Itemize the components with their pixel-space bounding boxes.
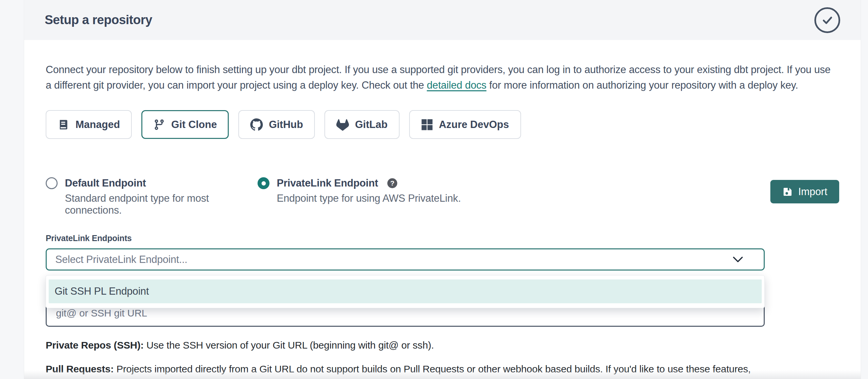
provider-button-gitlab[interactable]: GitLab bbox=[324, 110, 399, 139]
provider-button-label: Git Clone bbox=[171, 119, 217, 131]
note-text: Projects imported directly from a Git UR… bbox=[46, 364, 751, 379]
azure-devops-icon bbox=[421, 119, 433, 131]
provider-button-label: GitHub bbox=[269, 119, 303, 131]
note-private-repos-ssh: Private Repos (SSH): Use the SSH version… bbox=[46, 338, 839, 352]
privatelink-endpoint-select[interactable]: Select PrivateLink Endpoint... bbox=[46, 248, 765, 271]
default-endpoint-description: Standard endpoint type for most connecti… bbox=[65, 193, 257, 216]
provider-buttons: Managed Git Clone GitHub bbox=[46, 110, 839, 139]
card-header: Setup a repository bbox=[24, 0, 861, 40]
question-circle-icon[interactable]: ? bbox=[387, 178, 397, 188]
import-button[interactable]: Import bbox=[770, 180, 839, 203]
endpoint-option-default: Default Endpoint Standard endpoint type … bbox=[46, 177, 257, 216]
provider-button-azure-devops[interactable]: Azure DevOps bbox=[409, 110, 521, 139]
intro-text: Connect your repository below to finish … bbox=[46, 62, 834, 93]
select-placeholder-text: Select PrivateLink Endpoint... bbox=[55, 254, 187, 266]
privatelink-endpoint-radio[interactable] bbox=[257, 177, 270, 189]
select-dropdown-panel: Git SSH PL Endpoint bbox=[46, 275, 765, 308]
check-circle-icon bbox=[814, 7, 840, 33]
save-icon bbox=[782, 186, 793, 197]
detailed-docs-link[interactable]: detailed docs bbox=[427, 79, 486, 91]
endpoint-option-privatelink: PrivateLink Endpoint ? Endpoint type for… bbox=[257, 177, 461, 204]
provider-button-github[interactable]: GitHub bbox=[238, 110, 315, 139]
privatelink-endpoints-field-label: PrivateLink Endpoints bbox=[46, 234, 839, 243]
page-title: Setup a repository bbox=[45, 13, 152, 27]
provider-button-label: Managed bbox=[75, 119, 120, 131]
provider-button-managed[interactable]: Managed bbox=[46, 110, 132, 139]
git-branch-icon bbox=[153, 119, 165, 131]
book-icon bbox=[58, 119, 69, 131]
privatelink-endpoint-label: PrivateLink Endpoint bbox=[277, 177, 378, 189]
default-endpoint-label: Default Endpoint bbox=[65, 177, 146, 189]
provider-button-label: Azure DevOps bbox=[439, 119, 509, 131]
note-lead: Private Repos (SSH): bbox=[46, 340, 144, 351]
provider-button-label: GitLab bbox=[355, 119, 387, 131]
setup-repository-card: Setup a repository Connect your reposito… bbox=[24, 0, 861, 379]
note-lead: Pull Requests: bbox=[46, 364, 114, 374]
default-endpoint-radio[interactable] bbox=[46, 177, 58, 189]
github-icon bbox=[250, 118, 263, 131]
chevron-down-icon bbox=[733, 256, 743, 263]
endpoint-type-row: Default Endpoint Standard endpoint type … bbox=[46, 177, 839, 216]
intro-after-link: for more information on authorizing your… bbox=[486, 79, 798, 91]
note-text: Use the SSH version of your Git URL (beg… bbox=[144, 340, 434, 351]
card-body: Connect your repository below to finish … bbox=[24, 62, 861, 379]
privatelink-endpoint-description: Endpoint type for using AWS PrivateLink. bbox=[277, 193, 461, 204]
dropdown-option-git-ssh-pl-endpoint[interactable]: Git SSH PL Endpoint bbox=[49, 279, 762, 303]
gitlab-icon bbox=[336, 118, 349, 131]
import-button-label: Import bbox=[798, 186, 827, 198]
provider-button-git-clone[interactable]: Git Clone bbox=[142, 110, 229, 139]
note-pull-requests: Pull Requests: Projects imported directl… bbox=[46, 362, 763, 379]
